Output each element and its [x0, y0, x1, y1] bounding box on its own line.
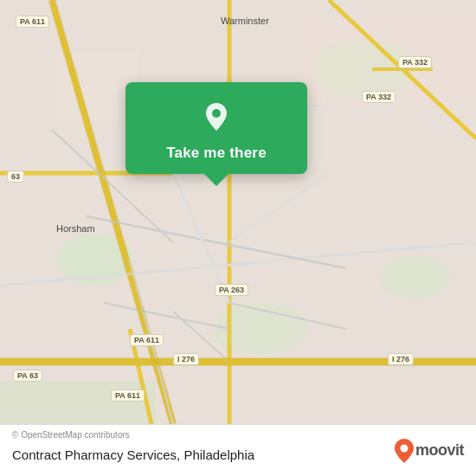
map-container: Warminster Horsham PA 611 PA 332 PA 332 …	[0, 0, 476, 424]
svg-rect-7	[294, 17, 476, 104]
moovit-text: moovit	[415, 441, 464, 460]
take-me-there-popup[interactable]: Take me there	[125, 82, 307, 174]
popup-label: Take me there	[166, 145, 267, 162]
svg-point-32	[400, 444, 408, 452]
svg-point-31	[212, 109, 221, 118]
location-pin-icon	[197, 98, 235, 136]
moovit-logo: moovit	[395, 439, 464, 463]
bottom-bar: © OpenStreetMap contributors Contract Ph…	[0, 424, 476, 476]
copyright-text: © OpenStreetMap contributors	[12, 430, 130, 440]
svg-rect-6	[0, 381, 156, 424]
map-svg	[0, 0, 476, 424]
moovit-pin-icon	[395, 439, 414, 463]
svg-point-5	[381, 255, 450, 299]
